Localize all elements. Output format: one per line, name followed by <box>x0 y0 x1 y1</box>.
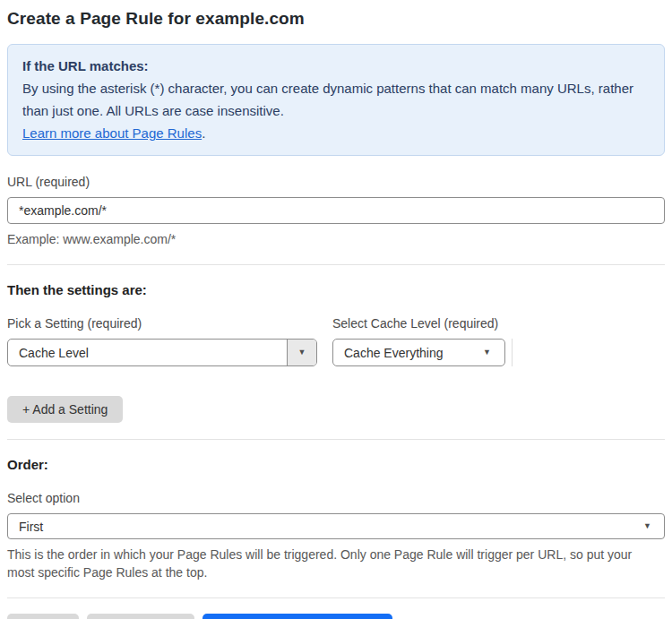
setting-vertical-divider <box>512 339 513 366</box>
order-section-heading: Order: <box>7 457 665 472</box>
chevron-down-icon: ▼ <box>483 348 491 357</box>
settings-section-heading: Then the settings are: <box>7 282 665 297</box>
order-helper-text: This is the order in which your Page Rul… <box>7 546 645 581</box>
setting-picker-value: Cache Level <box>8 340 287 365</box>
url-example-helper: Example: www.example.com/* <box>7 230 665 248</box>
cache-level-control: Cache Everything ▼ <box>332 339 513 366</box>
cache-level-label: Select Cache Level (required) <box>332 316 513 331</box>
order-select-value: First <box>19 520 43 534</box>
setting-picker-column: Pick a Setting (required) Cache Level ▼ <box>7 297 317 366</box>
chevron-down-icon: ▼ <box>643 522 651 530</box>
form-actions: Cancel Save as Draft Save and Deploy Pag… <box>7 614 665 619</box>
cancel-button[interactable]: Cancel <box>7 614 79 619</box>
setting-picker-label: Pick a Setting (required) <box>7 316 317 331</box>
cache-level-column: Select Cache Level (required) Cache Ever… <box>332 297 513 366</box>
url-field-label: URL (required) <box>7 175 665 189</box>
save-and-deploy-button[interactable]: Save and Deploy Page Rule <box>202 614 392 619</box>
settings-row: Pick a Setting (required) Cache Level ▼ … <box>7 297 665 366</box>
url-match-info-box: If the URL matches: By using the asteris… <box>7 44 665 156</box>
order-select-label: Select option <box>7 491 665 505</box>
setting-picker-arrow-box[interactable]: ▼ <box>287 340 316 365</box>
section-divider <box>7 598 665 598</box>
section-divider <box>7 264 665 265</box>
page-rule-form: Create a Page Rule for example.com If th… <box>0 0 672 619</box>
cache-level-select[interactable]: Cache Everything ▼ <box>332 339 505 366</box>
save-as-draft-button[interactable]: Save as Draft <box>87 614 195 619</box>
page-title: Create a Page Rule for example.com <box>7 9 665 29</box>
info-box-body: By using the asterisk (*) character, you… <box>22 77 650 144</box>
setting-picker-select[interactable]: Cache Level ▼ <box>7 339 317 366</box>
cache-level-value: Cache Everything <box>344 346 444 360</box>
url-input[interactable] <box>7 197 665 224</box>
chevron-down-icon: ▼ <box>298 348 306 357</box>
info-box-heading: If the URL matches: <box>22 55 650 77</box>
section-divider <box>7 439 665 440</box>
learn-more-link[interactable]: Learn more about Page Rules <box>22 125 202 141</box>
order-select[interactable]: First ▼ <box>7 513 665 539</box>
add-setting-button[interactable]: + Add a Setting <box>7 396 123 423</box>
link-suffix: . <box>202 125 205 141</box>
info-box-body-text: By using the asterisk (*) character, you… <box>22 81 633 118</box>
